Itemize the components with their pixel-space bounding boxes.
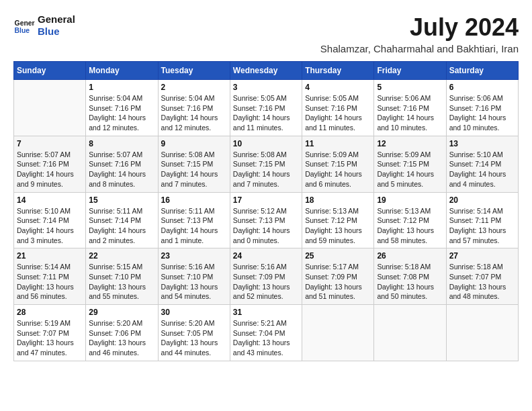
day-info: Sunrise: 5:20 AMSunset: 7:05 PMDaylight:… [161, 318, 227, 358]
logo-general: General [38, 13, 75, 26]
calendar-day-cell: 20Sunrise: 5:14 AMSunset: 7:11 PMDayligh… [446, 192, 518, 248]
month-title: July 2024 [320, 13, 519, 42]
day-info: Sunrise: 5:06 AMSunset: 7:16 PMDaylight:… [449, 93, 515, 133]
day-number: 7 [17, 139, 83, 148]
calendar-day-cell [302, 305, 374, 361]
day-info: Sunrise: 5:09 AMSunset: 7:15 PMDaylight:… [377, 150, 443, 189]
calendar-day-cell: 16Sunrise: 5:11 AMSunset: 7:13 PMDayligh… [158, 192, 230, 248]
day-info: Sunrise: 5:09 AMSunset: 7:15 PMDaylight:… [305, 150, 371, 189]
page-header: General Blue General Blue July 2024 Shal… [13, 13, 519, 54]
calendar-day-cell: 4Sunrise: 5:05 AMSunset: 7:16 PMDaylight… [302, 80, 374, 136]
calendar-day-cell: 6Sunrise: 5:06 AMSunset: 7:16 PMDaylight… [446, 80, 518, 136]
day-number: 17 [233, 195, 299, 205]
calendar-day-cell: 30Sunrise: 5:20 AMSunset: 7:05 PMDayligh… [158, 305, 230, 361]
day-info: Sunrise: 5:17 AMSunset: 7:09 PMDaylight:… [305, 262, 371, 302]
day-number: 20 [449, 195, 515, 205]
day-number: 8 [89, 139, 154, 148]
calendar-day-cell: 8Sunrise: 5:07 AMSunset: 7:16 PMDaylight… [86, 136, 158, 192]
calendar-day-cell: 13Sunrise: 5:10 AMSunset: 7:14 PMDayligh… [446, 136, 518, 192]
day-number: 16 [161, 195, 227, 205]
weekday-header-row: SundayMondayTuesdayWednesdayThursdayFrid… [14, 62, 519, 80]
calendar-day-cell: 17Sunrise: 5:12 AMSunset: 7:13 PMDayligh… [230, 192, 302, 248]
calendar-day-cell: 15Sunrise: 5:11 AMSunset: 7:14 PMDayligh… [86, 192, 158, 248]
calendar-day-cell: 12Sunrise: 5:09 AMSunset: 7:15 PMDayligh… [374, 136, 446, 192]
day-number: 22 [89, 251, 154, 261]
day-number: 13 [449, 139, 515, 148]
calendar-day-cell: 11Sunrise: 5:09 AMSunset: 7:15 PMDayligh… [302, 136, 374, 192]
day-number: 31 [233, 308, 299, 317]
calendar-day-cell: 22Sunrise: 5:15 AMSunset: 7:10 PMDayligh… [86, 248, 158, 305]
day-number: 1 [89, 83, 154, 92]
day-info: Sunrise: 5:16 AMSunset: 7:09 PMDaylight:… [233, 262, 299, 302]
logo-blue: Blue [38, 26, 75, 38]
calendar-week-row: 21Sunrise: 5:14 AMSunset: 7:11 PMDayligh… [14, 248, 519, 305]
day-info: Sunrise: 5:10 AMSunset: 7:14 PMDaylight:… [17, 206, 83, 246]
day-number: 4 [305, 83, 371, 92]
day-info: Sunrise: 5:08 AMSunset: 7:15 PMDaylight:… [161, 150, 227, 189]
weekday-header-cell: Tuesday [158, 62, 230, 80]
logo: General Blue General Blue [13, 13, 75, 38]
day-info: Sunrise: 5:07 AMSunset: 7:16 PMDaylight:… [89, 150, 154, 189]
day-info: Sunrise: 5:19 AMSunset: 7:07 PMDaylight:… [17, 318, 83, 358]
day-number: 11 [305, 139, 371, 148]
svg-text:General: General [15, 19, 35, 27]
day-info: Sunrise: 5:04 AMSunset: 7:16 PMDaylight:… [161, 93, 227, 133]
day-info: Sunrise: 5:06 AMSunset: 7:16 PMDaylight:… [377, 93, 443, 133]
day-number: 19 [377, 195, 443, 205]
calendar-week-row: 28Sunrise: 5:19 AMSunset: 7:07 PMDayligh… [14, 305, 519, 361]
day-number: 10 [233, 139, 299, 148]
day-info: Sunrise: 5:15 AMSunset: 7:10 PMDaylight:… [89, 262, 154, 302]
calendar-day-cell: 23Sunrise: 5:16 AMSunset: 7:10 PMDayligh… [158, 248, 230, 305]
calendar-day-cell: 31Sunrise: 5:21 AMSunset: 7:04 PMDayligh… [230, 305, 302, 361]
day-info: Sunrise: 5:13 AMSunset: 7:12 PMDaylight:… [305, 206, 371, 246]
day-info: Sunrise: 5:11 AMSunset: 7:14 PMDaylight:… [89, 206, 154, 246]
day-info: Sunrise: 5:21 AMSunset: 7:04 PMDaylight:… [233, 318, 299, 358]
calendar-day-cell [14, 80, 86, 136]
calendar-day-cell [374, 305, 446, 361]
day-info: Sunrise: 5:16 AMSunset: 7:10 PMDaylight:… [161, 262, 227, 302]
calendar-day-cell: 1Sunrise: 5:04 AMSunset: 7:16 PMDaylight… [86, 80, 158, 136]
day-number: 21 [17, 251, 83, 261]
weekday-header-cell: Sunday [14, 62, 86, 80]
day-info: Sunrise: 5:13 AMSunset: 7:12 PMDaylight:… [377, 206, 443, 246]
title-section: July 2024 Shalamzar, Chaharmahal and Bak… [320, 13, 519, 54]
weekday-header-cell: Friday [374, 62, 446, 80]
day-number: 27 [449, 251, 515, 261]
location-title: Shalamzar, Chaharmahal and Bakhtiari, Ir… [320, 43, 519, 54]
day-number: 15 [89, 195, 154, 205]
day-info: Sunrise: 5:18 AMSunset: 7:07 PMDaylight:… [449, 262, 515, 302]
calendar-day-cell: 7Sunrise: 5:07 AMSunset: 7:16 PMDaylight… [14, 136, 86, 192]
weekday-header-cell: Thursday [302, 62, 374, 80]
day-number: 12 [377, 139, 443, 148]
day-info: Sunrise: 5:05 AMSunset: 7:16 PMDaylight:… [233, 93, 299, 133]
calendar-week-row: 14Sunrise: 5:10 AMSunset: 7:14 PMDayligh… [14, 192, 519, 248]
calendar-day-cell: 18Sunrise: 5:13 AMSunset: 7:12 PMDayligh… [302, 192, 374, 248]
day-number: 28 [17, 308, 83, 317]
svg-text:Blue: Blue [15, 27, 30, 34]
calendar-day-cell: 25Sunrise: 5:17 AMSunset: 7:09 PMDayligh… [302, 248, 374, 305]
calendar-day-cell: 10Sunrise: 5:08 AMSunset: 7:15 PMDayligh… [230, 136, 302, 192]
day-number: 5 [377, 83, 443, 92]
day-number: 2 [161, 83, 227, 92]
calendar-day-cell: 24Sunrise: 5:16 AMSunset: 7:09 PMDayligh… [230, 248, 302, 305]
day-number: 26 [377, 251, 443, 261]
calendar-body: 1Sunrise: 5:04 AMSunset: 7:16 PMDaylight… [14, 80, 519, 361]
day-number: 9 [161, 139, 227, 148]
weekday-header-cell: Saturday [446, 62, 518, 80]
day-info: Sunrise: 5:18 AMSunset: 7:08 PMDaylight:… [377, 262, 443, 302]
day-info: Sunrise: 5:07 AMSunset: 7:16 PMDaylight:… [17, 150, 83, 189]
day-number: 30 [161, 308, 227, 317]
calendar-day-cell: 19Sunrise: 5:13 AMSunset: 7:12 PMDayligh… [374, 192, 446, 248]
weekday-header-cell: Monday [86, 62, 158, 80]
day-info: Sunrise: 5:05 AMSunset: 7:16 PMDaylight:… [305, 93, 371, 133]
day-number: 23 [161, 251, 227, 261]
day-info: Sunrise: 5:14 AMSunset: 7:11 PMDaylight:… [17, 262, 83, 302]
calendar-day-cell: 5Sunrise: 5:06 AMSunset: 7:16 PMDaylight… [374, 80, 446, 136]
day-info: Sunrise: 5:10 AMSunset: 7:14 PMDaylight:… [449, 150, 515, 189]
day-number: 24 [233, 251, 299, 261]
day-info: Sunrise: 5:14 AMSunset: 7:11 PMDaylight:… [449, 206, 515, 246]
calendar-day-cell: 28Sunrise: 5:19 AMSunset: 7:07 PMDayligh… [14, 305, 86, 361]
day-number: 14 [17, 195, 83, 205]
calendar-week-row: 7Sunrise: 5:07 AMSunset: 7:16 PMDaylight… [14, 136, 519, 192]
day-info: Sunrise: 5:20 AMSunset: 7:06 PMDaylight:… [89, 318, 154, 358]
